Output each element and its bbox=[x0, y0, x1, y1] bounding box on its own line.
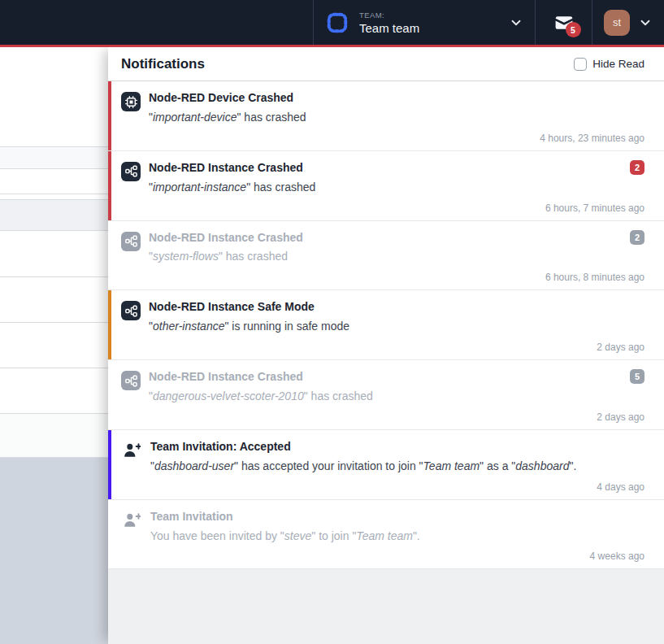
severity-stripe bbox=[108, 81, 111, 150]
notification-body: Node-RED Instance Crashed "important-ins… bbox=[149, 160, 644, 214]
team-selector[interactable]: TEAM: Team team bbox=[313, 0, 535, 45]
notification-timestamp: 4 hours, 23 minutes ago bbox=[149, 133, 644, 144]
notification-message: "system-flows" has crashed bbox=[149, 249, 644, 264]
notifications-inbox-button[interactable]: 5 bbox=[535, 0, 592, 45]
drawer-header: Notifications Hide Read bbox=[108, 47, 664, 81]
notification-item[interactable]: Node-RED Instance Crashed "system-flows"… bbox=[108, 221, 664, 291]
severity-stripe bbox=[108, 360, 111, 429]
notification-item[interactable]: Team Invitation: Accepted "dashboard-use… bbox=[108, 430, 664, 500]
notification-body: Node-RED Instance Crashed "system-flows"… bbox=[149, 230, 644, 284]
severity-stripe bbox=[108, 221, 111, 290]
page-title: Notifications bbox=[121, 56, 205, 72]
unread-count-badge: 5 bbox=[566, 22, 581, 37]
notification-message: "important-instance" has crashed bbox=[149, 180, 644, 195]
notification-badge: 2 bbox=[630, 160, 644, 175]
notification-list: Node-RED Device Crashed "important-devic… bbox=[108, 81, 664, 569]
notification-title: Team Invitation bbox=[150, 509, 644, 524]
instance-icon bbox=[121, 232, 141, 251]
drawer-empty-area bbox=[108, 569, 664, 644]
hide-read-checkbox[interactable] bbox=[574, 58, 587, 71]
notification-title: Node-RED Instance Crashed bbox=[149, 230, 644, 246]
notification-body: Team Invitation You have been invited by… bbox=[150, 509, 644, 563]
notification-timestamp: 2 days ago bbox=[149, 411, 644, 423]
notification-body: Team Invitation: Accepted "dashboard-use… bbox=[150, 439, 644, 493]
severity-stripe bbox=[108, 500, 111, 569]
notification-timestamp: 6 hours, 7 minutes ago bbox=[149, 202, 644, 214]
notification-title: Node-RED Instance Crashed bbox=[149, 369, 644, 385]
instance-icon bbox=[121, 301, 141, 320]
instance-icon bbox=[121, 371, 141, 390]
notification-timestamp: 4 days ago bbox=[150, 481, 644, 493]
notification-badge: 5 bbox=[630, 369, 644, 384]
team-avatar-icon bbox=[325, 11, 349, 35]
notification-item[interactable]: Team Invitation You have been invited by… bbox=[108, 500, 664, 570]
user-menu[interactable]: st bbox=[592, 0, 664, 45]
team-meta: TEAM: Team team bbox=[359, 11, 509, 35]
notification-timestamp: 4 weeks ago bbox=[150, 550, 644, 562]
notification-title: Node-RED Instance Crashed bbox=[149, 160, 644, 176]
notification-item[interactable]: Node-RED Instance Crashed "important-ins… bbox=[108, 151, 664, 221]
severity-stripe bbox=[108, 151, 111, 220]
notification-message: You have been invited by "steve" to join… bbox=[150, 529, 644, 544]
hide-read-label: Hide Read bbox=[592, 58, 644, 70]
user-plus-icon bbox=[121, 510, 142, 531]
notification-message: "other-instance" is running in safe mode bbox=[149, 319, 644, 334]
notification-item[interactable]: Node-RED Instance Crashed "dangerous-vel… bbox=[108, 360, 664, 430]
chevron-down-icon bbox=[638, 15, 653, 30]
avatar: st bbox=[604, 10, 630, 36]
notification-message: "dashboard-user" has accepted your invit… bbox=[150, 459, 644, 474]
notifications-drawer: Notifications Hide Read Node-RED Device … bbox=[108, 47, 664, 644]
notification-title: Team Invitation: Accepted bbox=[150, 439, 644, 455]
notification-item[interactable]: Node-RED Device Crashed "important-devic… bbox=[108, 81, 664, 151]
notification-timestamp: 6 hours, 8 minutes ago bbox=[149, 272, 644, 283]
user-plus-icon bbox=[121, 440, 142, 461]
notification-message: "dangerous-velvet-scoter-2010" has crash… bbox=[149, 389, 644, 404]
notification-timestamp: 2 days ago bbox=[149, 342, 644, 353]
notification-title: Node-RED Device Crashed bbox=[149, 90, 644, 106]
chevron-down-icon bbox=[509, 15, 523, 30]
notification-title: Node-RED Instance Safe Mode bbox=[149, 299, 644, 315]
notification-badge: 2 bbox=[630, 230, 644, 245]
severity-stripe bbox=[108, 290, 111, 359]
accent-divider bbox=[0, 45, 664, 47]
team-label: TEAM: bbox=[359, 11, 509, 20]
notification-body: Node-RED Device Crashed "important-devic… bbox=[149, 90, 644, 144]
app-root: TEAM: Team team 5 st bbox=[0, 0, 664, 644]
device-icon bbox=[121, 92, 141, 111]
team-name: Team team bbox=[359, 21, 509, 35]
notification-body: Node-RED Instance Safe Mode "other-insta… bbox=[149, 299, 644, 353]
notification-item[interactable]: Node-RED Instance Safe Mode "other-insta… bbox=[108, 290, 664, 360]
severity-stripe bbox=[108, 430, 111, 499]
instance-icon bbox=[121, 162, 141, 181]
notification-body: Node-RED Instance Crashed "dangerous-vel… bbox=[149, 369, 644, 423]
top-navbar: TEAM: Team team 5 st bbox=[0, 0, 664, 45]
notification-message: "important-device" has crashed bbox=[149, 110, 644, 125]
hide-read-toggle[interactable]: Hide Read bbox=[574, 58, 644, 71]
